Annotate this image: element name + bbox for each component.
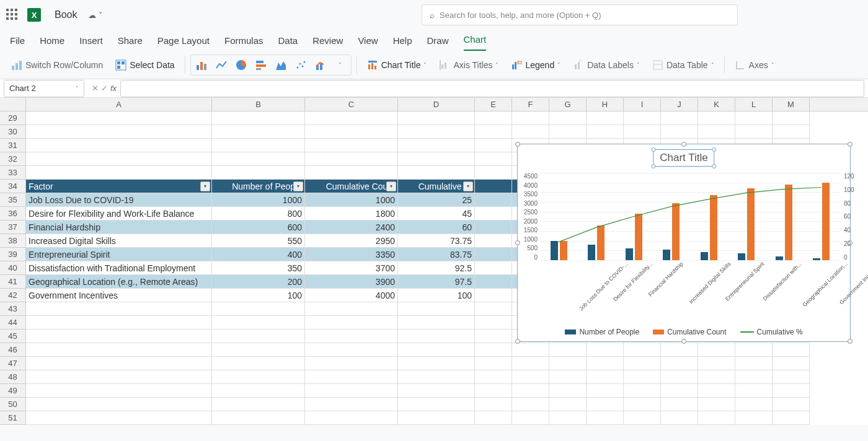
cell[interactable]: 3900: [305, 275, 398, 289]
tab-review[interactable]: Review: [312, 35, 343, 51]
cell[interactable]: [26, 111, 212, 125]
resize-handle[interactable]: [848, 339, 852, 344]
cell[interactable]: [475, 289, 512, 302]
cell[interactable]: [735, 398, 773, 411]
cell[interactable]: [212, 370, 305, 384]
tab-home[interactable]: Home: [40, 35, 64, 51]
cell[interactable]: [212, 139, 305, 152]
pie-chart-icon[interactable]: [232, 56, 250, 74]
row-header[interactable]: 40: [0, 261, 26, 275]
cell[interactable]: [587, 384, 624, 398]
cell[interactable]: [698, 370, 735, 384]
cell[interactable]: [773, 398, 810, 411]
enter-formula-icon[interactable]: ✓: [101, 84, 108, 93]
cell[interactable]: [26, 411, 212, 425]
cell[interactable]: [398, 111, 475, 125]
cell[interactable]: [735, 370, 773, 384]
resize-handle[interactable]: [515, 240, 520, 245]
filter-dropdown-icon[interactable]: ▾: [200, 181, 210, 191]
cell[interactable]: [26, 330, 212, 343]
cell[interactable]: [475, 139, 512, 152]
resize-handle[interactable]: [681, 339, 686, 344]
line-chart-icon[interactable]: [212, 56, 231, 74]
cell[interactable]: [698, 111, 735, 125]
combo-chart-icon[interactable]: [311, 56, 330, 74]
cell[interactable]: [26, 343, 212, 357]
row-header[interactable]: 32: [0, 152, 26, 166]
select-data-button[interactable]: Select Data: [110, 57, 179, 73]
cell[interactable]: [305, 302, 398, 316]
data-labels-button[interactable]: 12 Data Labels ˅: [568, 57, 645, 73]
cell[interactable]: Geographical Location (e.g., Remote Area…: [26, 275, 212, 289]
cell[interactable]: [587, 111, 624, 125]
cell[interactable]: [26, 152, 212, 166]
cell[interactable]: 1800: [305, 207, 398, 220]
cell[interactable]: 200: [212, 275, 305, 289]
cell[interactable]: [212, 152, 305, 166]
tab-view[interactable]: View: [358, 35, 378, 51]
cell[interactable]: [305, 357, 398, 370]
document-title[interactable]: Book: [55, 9, 77, 20]
cell[interactable]: [698, 357, 735, 370]
cell[interactable]: [512, 111, 549, 125]
cell[interactable]: 800: [212, 207, 305, 220]
cell[interactable]: 550: [212, 234, 305, 248]
cell[interactable]: [549, 384, 587, 398]
cell[interactable]: [212, 316, 305, 330]
cell[interactable]: [26, 357, 212, 370]
cell[interactable]: [475, 220, 512, 234]
cell[interactable]: [735, 343, 773, 357]
column-header[interactable]: B: [212, 98, 305, 111]
cell[interactable]: [212, 411, 305, 425]
cell[interactable]: [398, 384, 475, 398]
axis-titles-button[interactable]: Axis Titles ˅: [434, 57, 503, 73]
cell[interactable]: [661, 411, 698, 425]
column-header[interactable]: F: [512, 98, 549, 111]
cell[interactable]: Increased Digital Skills: [26, 234, 212, 248]
cell[interactable]: [661, 125, 698, 139]
cell[interactable]: [661, 384, 698, 398]
cell[interactable]: [475, 125, 512, 139]
legend-item[interactable]: Cumulative Count: [653, 328, 726, 336]
resize-handle[interactable]: [515, 142, 520, 147]
cell[interactable]: [661, 370, 698, 384]
cell[interactable]: 1000: [305, 193, 398, 207]
row-header[interactable]: 33: [0, 166, 26, 180]
cell[interactable]: [512, 343, 549, 357]
cell[interactable]: [587, 343, 624, 357]
row-header[interactable]: 30: [0, 125, 26, 139]
cell[interactable]: [475, 248, 512, 261]
column-chart-icon[interactable]: [192, 56, 211, 74]
cell[interactable]: [773, 357, 810, 370]
cell[interactable]: 100: [212, 289, 305, 302]
filter-dropdown-icon[interactable]: ▾: [293, 181, 303, 191]
row-header[interactable]: 37: [0, 220, 26, 234]
cell[interactable]: 400: [212, 248, 305, 261]
cell[interactable]: [773, 384, 810, 398]
cell[interactable]: [475, 343, 512, 357]
cell[interactable]: [398, 330, 475, 343]
cell[interactable]: [624, 125, 661, 139]
cell[interactable]: [398, 398, 475, 411]
cell[interactable]: 100: [398, 289, 475, 302]
cancel-formula-icon[interactable]: ✕: [92, 84, 99, 93]
select-all-cell[interactable]: [0, 98, 26, 111]
row-header[interactable]: 45: [0, 330, 26, 343]
axes-button[interactable]: Axes ˅: [730, 57, 779, 73]
cell[interactable]: [475, 316, 512, 330]
cell[interactable]: [305, 384, 398, 398]
cell[interactable]: [26, 370, 212, 384]
cell[interactable]: [398, 343, 475, 357]
cell[interactable]: Financial Hardship: [26, 220, 212, 234]
cell[interactable]: [661, 398, 698, 411]
legend-button[interactable]: Legend ˅: [506, 57, 565, 73]
plot-area[interactable]: 450040003500300025002000150010005000 120…: [536, 173, 844, 261]
cell[interactable]: [549, 398, 587, 411]
save-status-icon[interactable]: ☁ ˅: [88, 11, 103, 20]
cell[interactable]: 25: [398, 193, 475, 207]
switch-row-column-button[interactable]: Switch Row/Column: [6, 57, 108, 73]
cell[interactable]: 4000: [305, 289, 398, 302]
resize-handle[interactable]: [681, 142, 686, 147]
cell[interactable]: Government Incentives: [26, 289, 212, 302]
cell[interactable]: Number of People▾: [212, 180, 305, 193]
